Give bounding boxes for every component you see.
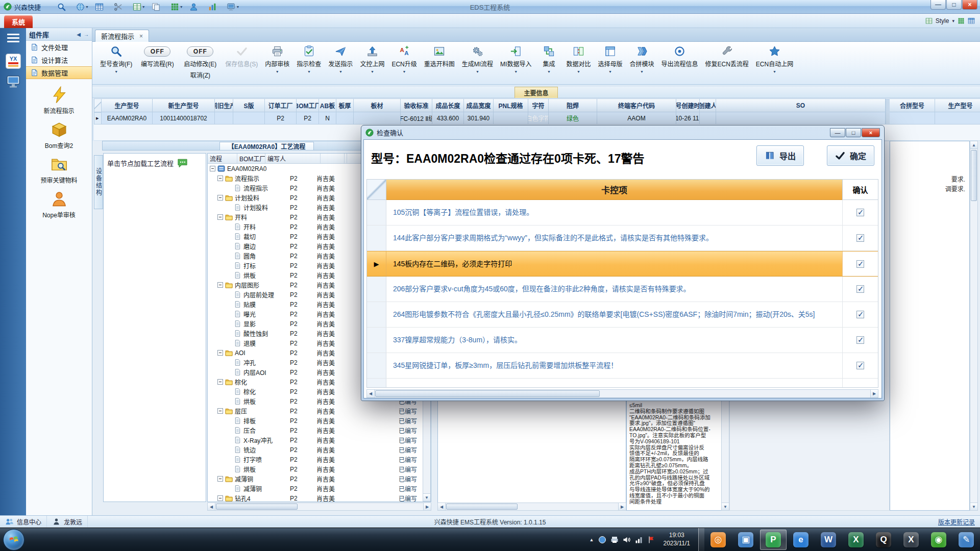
word[interactable]: W [815,530,842,550]
internet-explorer[interactable]: e [788,530,814,550]
tree-expander-icon[interactable] [217,176,223,181]
toggle-off-button[interactable]: OFF [187,46,213,57]
tree-column-header[interactable]: BOM工厂 [237,154,265,163]
dropdown-caret-icon[interactable]: ▼ [640,70,644,74]
grid-column-header[interactable]: AB板 [319,98,336,112]
tree-expander-icon[interactable] [217,214,223,220]
ribbon-button[interactable]: AA ECN升级 ▼ [388,45,420,74]
ribbon-button[interactable]: 合拼模块 ▼ [626,45,657,74]
check-item-row[interactable]: ▶ 145板内存在二维码，必须走字符打印 [367,251,878,277]
tree-expander-icon[interactable] [217,495,223,501]
process-tree-row[interactable]: 铣边 P2 肖吉美 已编写 [208,445,423,455]
scroll-down-icon[interactable]: ▼ [970,503,977,510]
user-icon[interactable]: ▼ [189,3,202,11]
model-search-button[interactable]: 型号查询(F) ▼ [96,45,136,74]
tree-horizontal-scrollbar[interactable]: ◀ ▶ [207,503,431,511]
current-user-item[interactable]: 龙敦远 [47,516,88,528]
tree-column-header[interactable] [345,154,347,163]
ribbon-button[interactable]: 文控上网 ▼ [356,45,388,74]
dropdown-caret-icon[interactable]: ▼ [514,70,518,74]
dropdown-caret-icon[interactable]: ▼ [773,70,776,74]
grid-column-header[interactable]: BOM工厂 [297,98,319,112]
tree-panel-title[interactable]: 【EAA0M02RA0】工艺流程 [219,142,314,150]
system-tab[interactable]: 系统 [4,15,33,28]
scroll-thumb[interactable] [971,150,977,201]
toggle-sublabel[interactable]: 取消(Z) [190,70,210,79]
grid-column-header[interactable]: 板材 [354,98,401,112]
dialog-horizontal-scrollbar[interactable]: ◀ ▶ [366,389,878,398]
grid-column-header[interactable]: 订单工厂 [265,98,297,112]
confirm-checkbox[interactable] [856,209,864,216]
search-icon[interactable]: ▼ [57,3,70,11]
tree-expander-icon[interactable] [217,408,223,414]
yx-badge-icon[interactable]: YX [6,54,21,69]
process-tree-row[interactable]: 打字喷 P2 肖吉美 已编写 [208,455,423,464]
ribbon-button[interactable]: 修复ECN丢流程 ▼ [702,45,752,74]
scroll-thumb[interactable] [375,390,600,397]
process-tree-row[interactable]: 减薄铜 P2 肖吉美 已编写 [208,474,423,484]
scroll-left-icon[interactable]: ◀ [208,503,215,510]
ribbon-button[interactable]: 发送指示 ▼ [325,45,356,74]
scroll-down-icon[interactable]: ▼ [423,493,430,501]
main-info-tab[interactable]: 主要信息 [514,87,557,98]
export-button[interactable]: 导出 [756,145,804,166]
style-menu[interactable]: Style [936,17,949,24]
scroll-down-icon[interactable]: ▼ [722,503,729,510]
dropdown-caret-icon[interactable]: ▼ [371,70,374,74]
grid-column-header[interactable]: 型号创建时间 [676,98,700,112]
ribbon-button[interactable]: 内部审核 ▼ [261,45,293,74]
tree-expander-icon[interactable] [217,476,223,482]
check-item-row[interactable]: ▶ 206部分客户要求v-cut角度为45或60度，但现在备注的非此2种角度，请… [367,277,878,302]
start-button[interactable] [3,529,24,550]
check-item-row[interactable]: ▶ 337镍厚超常规能力（3-8um），请核实。 [367,328,878,353]
sidebar-tool-item[interactable]: Nope单审核 [26,190,92,219]
dropdown-caret-icon[interactable]: ▼ [608,70,612,74]
dropdown-caret-icon[interactable]: ▼ [339,70,342,74]
ribbon-button[interactable]: MI数据导入 ▼ [497,45,535,74]
qq[interactable]: Q [870,530,897,550]
process-tree-row[interactable]: 烘板 P2 肖吉美 已编写 [208,464,423,474]
grid-column-header[interactable]: 字符 [528,98,549,112]
cells-icon[interactable]: ▼ [133,3,145,11]
tab-new-process-instruction[interactable]: 新流程指示 × [95,30,149,42]
tree-expander-icon[interactable] [217,195,223,201]
process-tree-row[interactable]: 层压 P2 肖吉美 已编写 [208,406,423,416]
grid-column-header[interactable]: 成品长度 [432,98,464,112]
sidebar-tool-item[interactable]: Bom查询2 [26,121,92,149]
hamburger-menu-icon[interactable] [0,28,26,47]
eds-app[interactable]: P [760,530,787,550]
process-tree-row[interactable]: 压合 P2 肖吉美 已编写 [208,425,423,435]
ribbon-button[interactable]: ECN自动上网 ▼ [752,45,797,74]
check-item-row[interactable]: ▶ 105沉铜【等离子】流程位置错误，请处理。 [367,200,878,226]
grid-column-header[interactable]: 验收标准 [401,98,432,112]
window-close-button[interactable]: × [962,0,977,10]
dialog-close-button[interactable]: × [862,128,880,137]
confirm-checkbox[interactable] [856,362,864,369]
show-desktop-button[interactable] [698,528,704,551]
grid-data-row[interactable]: EAA0M02RA0 10011400018702 P2 P2 N IFC-60… [94,112,886,124]
sidebar-nav-item[interactable]: 数据管理 [26,66,92,79]
taskbar-clock[interactable]: 19:03 2023/11/1 [664,532,691,547]
excel[interactable]: X [843,530,869,550]
sidebar-tool-item[interactable]: 新流程指示 [26,86,92,115]
grid-column-header[interactable]: 升级前旧生产型号 [215,98,233,112]
grid-column-header[interactable]: 合拼型号 [890,98,935,112]
check-item-row[interactable]: ▶ 345星网锐捷订单，钻板流程前需要增加烘板整平流程！ [367,379,878,387]
dialog-titlebar[interactable]: 检查确认 — □ × [361,126,884,139]
process-tree-row[interactable]: X-Ray冲孔 P2 肖吉美 已编写 [208,435,423,445]
ribbon-button[interactable]: 集成 ▼ [535,45,562,74]
dialog-maximize-button[interactable]: □ [846,128,861,137]
notepad[interactable]: ✎ [953,530,979,550]
collapse-icon[interactable]: ◀ [77,32,81,37]
tray-expand-icon[interactable]: ▲ [590,537,594,542]
table-icon[interactable]: ▼ [95,3,108,11]
scroll-left-icon[interactable]: ◀ [367,390,375,397]
sidebar-nav-item[interactable]: 设计算法 [26,54,92,66]
tree-column-header[interactable]: 编写人 [265,154,321,163]
dropdown-caret-icon[interactable]: ▼ [307,70,311,74]
volume-icon[interactable] [623,536,631,544]
confirm-checkbox[interactable] [856,285,864,293]
360-safety[interactable]: ◎ [705,530,731,550]
dropdown-caret-icon[interactable]: ▼ [276,70,279,74]
process-tree-row[interactable]: 钻孔4 P2 肖吉美 已编写 [208,493,423,502]
